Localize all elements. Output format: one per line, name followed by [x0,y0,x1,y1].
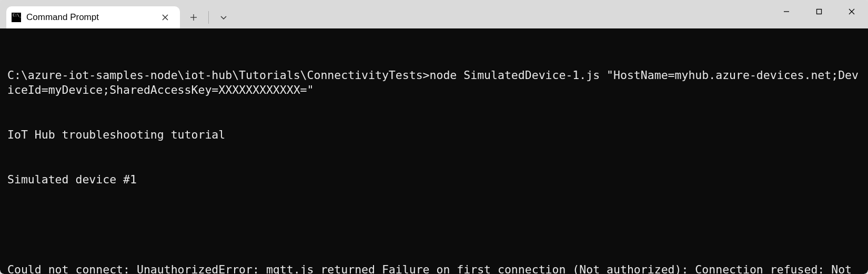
tab-actions [183,6,234,28]
titlebar: Command Prompt [0,0,868,28]
terminal-blank-line [7,218,861,232]
tab-dropdown-button[interactable] [213,7,234,28]
close-icon [162,14,168,21]
terminal-line: Could not connect: UnauthorizedError: mq… [7,262,861,274]
terminal-line: IoT Hub troubleshooting tutorial [7,128,861,142]
maximize-button[interactable] [803,0,835,23]
minimize-icon [783,8,790,15]
tab-close-button[interactable] [158,10,173,25]
divider [208,11,209,24]
chevron-down-icon [220,14,227,21]
tab-command-prompt[interactable]: Command Prompt [6,6,180,28]
svg-rect-5 [817,9,822,14]
terminal-line: Simulated device #1 [7,172,861,187]
window-controls [770,0,868,23]
terminal-output[interactable]: C:\azure-iot-samples-node\iot-hub\Tutori… [0,28,868,274]
tab-title: Command Prompt [26,12,153,23]
terminal-line: C:\azure-iot-samples-node\iot-hub\Tutori… [7,68,861,98]
window-close-button[interactable] [835,0,868,23]
new-tab-button[interactable] [183,7,204,28]
command-prompt-icon [12,13,21,22]
minimize-button[interactable] [770,0,803,23]
close-icon [848,8,855,15]
plus-icon [190,14,197,21]
maximize-icon [815,8,823,15]
